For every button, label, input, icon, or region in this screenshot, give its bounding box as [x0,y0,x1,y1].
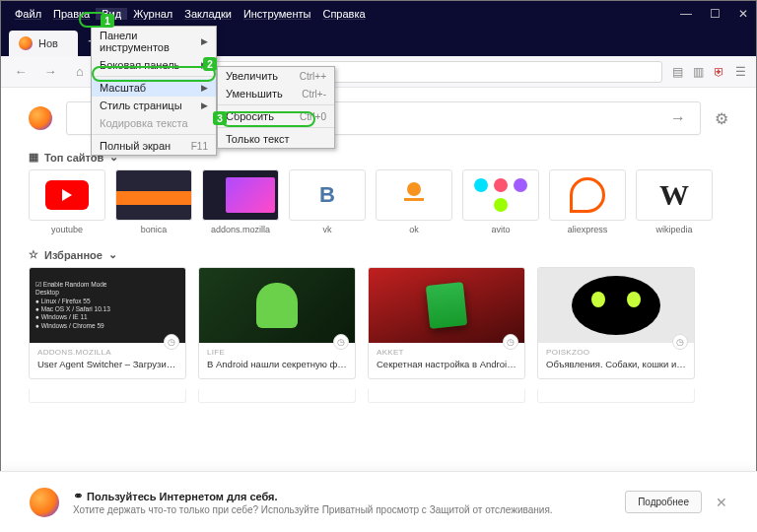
menu-bookmarks[interactable]: Закладки [178,8,238,20]
learn-more-button[interactable]: Подробнее [625,491,702,513]
menu-zoom[interactable]: Масштаб▶ [92,79,216,97]
zoom-reset[interactable]: СброситьCtrl+0 [218,107,334,125]
clock-icon: ◷ [333,334,349,350]
sidebar-icon[interactable]: ▥ [693,65,704,79]
hamburger-menu-button[interactable]: ☰ [735,65,746,79]
menu-history[interactable]: Журнал [127,8,178,20]
menu-file[interactable]: Файл [9,8,47,20]
tile-avito[interactable]: avito [462,169,539,234]
mask-icon: ⚭ [73,489,84,503]
firefox-logo-icon [30,488,59,517]
zoom-out[interactable]: УменьшитьCtrl+- [218,85,334,102]
firefox-icon [19,36,33,50]
menu-tools[interactable]: Инструменты [238,8,317,20]
zoom-in[interactable]: УвеличитьCtrl++ [218,67,334,85]
highlights-grid: ☑ Enable Random Mode Desktop ● Linux / F… [29,267,728,379]
window-maximize-button[interactable]: ☐ [710,7,721,21]
tile-addons[interactable]: addons.mozilla [202,169,279,234]
promo-title: Пользуйтесь Интернетом для себя. [87,491,278,502]
zoom-submenu: УвеличитьCtrl++ УменьшитьCtrl+- Сбросить… [217,66,335,149]
tile-youtube[interactable]: youtube [29,169,105,234]
tile-aliexpress[interactable]: aliexpress [549,169,626,234]
close-promo-button[interactable]: ✕ [716,495,727,510]
library-icon[interactable]: ▤ [672,65,683,79]
highlight-card[interactable]: ◷AKKETСекретная настройка в Android з… [368,267,525,379]
android-icon [256,283,298,328]
clock-icon: ◷ [164,334,179,350]
tile-ok[interactable]: ok [376,169,452,234]
tile-wikipedia[interactable]: Wwikipedia [636,169,713,234]
tab-title: Нов [38,37,58,49]
annotation-num-1: 1 [101,14,114,28]
firefox-logo-icon [29,106,52,130]
shield-icon[interactable]: ⛨ [714,65,725,79]
chevron-down-icon[interactable]: ⌄ [108,248,117,261]
star-icon: ☆ [29,248,38,261]
menu-toolbars[interactable]: Панели инструментов▶ [92,27,216,56]
clock-icon: ◷ [503,334,518,350]
screenshot-text: ☑ Enable Random Mode Desktop ● Linux / F… [30,275,185,337]
highlight-card[interactable]: ◷LIFEВ Android нашли секретную фун… [198,267,356,379]
tile-vk[interactable]: Bvk [289,169,366,234]
menu-page-style[interactable]: Стиль страницы▶ [92,97,216,114]
promo-subtitle: Хотите держать что-то только при себе? И… [73,503,611,516]
browser-tab[interactable]: Нов [9,31,78,56]
section-highlights: ☆ Избранное ⌄ [29,248,728,261]
window-close-button[interactable]: ✕ [738,7,748,21]
menu-encoding: Кодировка текста [92,114,216,132]
section-label: Избранное [44,249,103,261]
back-button[interactable]: ← [11,64,31,79]
menu-fullscreen[interactable]: Полный экранF11 [92,137,216,155]
grid-icon: ▦ [29,151,38,164]
menu-help[interactable]: Справка [316,8,371,20]
tile-bonica[interactable]: bonica [115,169,192,234]
cat-icon [572,276,660,335]
forward-button[interactable]: → [40,64,60,79]
annotation-num-2: 2 [203,57,217,71]
android-icon [426,282,467,329]
clock-icon: ◷ [672,334,688,350]
menu-edit[interactable]: Правка [47,8,96,20]
settings-gear-icon[interactable]: ⚙ [715,109,728,128]
window-minimize-button[interactable]: — [680,7,692,21]
view-menu-dropdown: Панели инструментов▶ Боковая панель▶ Мас… [91,26,217,156]
promo-bar: ⚭ Пользуйтесь Интернетом для себя. Хотит… [0,471,757,532]
zoom-text-only[interactable]: Только текст [218,130,334,148]
menu-sidebar[interactable]: Боковая панель▶ [92,56,216,74]
home-button[interactable]: ⌂ [70,64,90,79]
highlight-card[interactable]: ☑ Enable Random Mode Desktop ● Linux / F… [29,267,186,379]
highlight-card[interactable]: ◷POISKZOOОбъявления. Собаки, кошки и д… [537,267,695,379]
top-sites-grid: youtube bonica addons.mozilla Bvk ok avi… [29,169,728,234]
arrow-right-icon: → [670,109,686,127]
annotation-num-3: 3 [213,111,227,125]
